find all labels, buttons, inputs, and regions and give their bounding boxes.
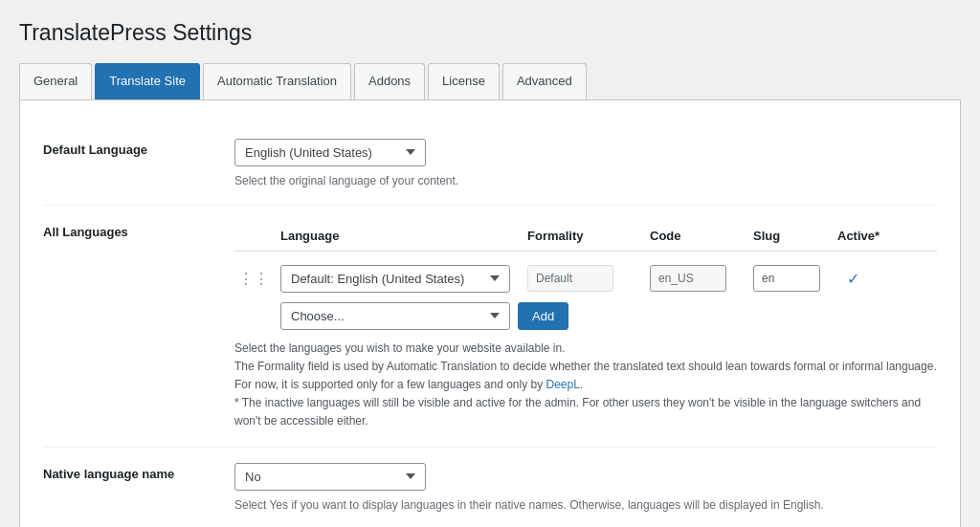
col-header-drag	[234, 229, 273, 243]
code-field-wrapper	[650, 265, 746, 292]
tab-automatic-translation[interactable]: Automatic Translation	[203, 63, 351, 99]
col-header-language: Language	[280, 229, 520, 243]
languages-table-header: Language Formality Code Slug Active*	[234, 221, 937, 252]
info-line-2-part1: The Formality field is used by Automatic…	[234, 360, 937, 391]
col-header-code: Code	[650, 229, 746, 243]
active-checkmark: ✓	[837, 270, 914, 288]
tab-addons[interactable]: Addons	[354, 63, 425, 99]
all-languages-content: Language Formality Code Slug Active* ⋮⋮ …	[234, 221, 937, 431]
choose-language-select[interactable]: Choose...	[280, 302, 510, 330]
all-languages-label: All Languages	[43, 221, 234, 239]
formality-input	[527, 265, 613, 292]
slug-input[interactable]	[753, 265, 820, 292]
col-header-slug: Slug	[753, 229, 830, 243]
active-icon: ✓	[847, 271, 859, 287]
default-language-content: English (United States) Select the origi…	[234, 139, 937, 189]
language-select[interactable]: Default: English (United States)	[280, 265, 510, 293]
native-language-name-row: Native language name No Yes Select Yes i…	[43, 448, 937, 527]
code-input	[650, 265, 726, 292]
col-header-active: Active*	[837, 229, 914, 243]
all-languages-info: Select the languages you wish to make yo…	[234, 340, 937, 431]
native-language-name-select[interactable]: No Yes	[234, 463, 426, 491]
col-header-formality: Formality	[527, 229, 642, 243]
native-language-name-description: Select Yes if you want to display langua…	[234, 496, 937, 514]
tab-license[interactable]: License	[428, 63, 500, 99]
tab-advanced[interactable]: Advanced	[502, 63, 587, 99]
formality-field-wrapper	[527, 265, 642, 292]
default-language-select[interactable]: English (United States)	[234, 139, 426, 166]
settings-panel: Default Language English (United States)…	[19, 100, 961, 527]
table-row: ⋮⋮ Default: English (United States)	[234, 259, 937, 298]
default-language-description: Select the original language of your con…	[234, 172, 937, 189]
tab-general[interactable]: General	[19, 63, 92, 99]
add-language-button[interactable]: Add	[518, 302, 568, 330]
tabs-nav: General Translate Site Automatic Transla…	[19, 63, 961, 100]
page-title: TranslatePress Settings	[19, 19, 961, 48]
info-line-2-part2: .	[580, 378, 583, 391]
add-language-row: Choose... Add	[280, 302, 937, 330]
native-language-name-label: Native language name	[43, 463, 234, 481]
drag-handle-icon[interactable]: ⋮⋮	[234, 270, 273, 288]
deepl-link[interactable]: DeepL	[546, 378, 580, 391]
native-language-name-content: No Yes Select Yes if you want to display…	[234, 463, 937, 514]
tab-translate-site[interactable]: Translate Site	[95, 63, 200, 99]
all-languages-row: All Languages Language Formality Code Sl…	[43, 206, 937, 448]
default-language-label: Default Language	[43, 139, 234, 157]
info-line-3: * The inactive languages will still be v…	[234, 396, 921, 428]
language-select-wrapper: Default: English (United States)	[280, 265, 520, 293]
info-line-1: Select the languages you wish to make yo…	[234, 341, 566, 355]
slug-field-wrapper	[753, 265, 830, 292]
default-language-row: Default Language English (United States)…	[43, 123, 937, 206]
